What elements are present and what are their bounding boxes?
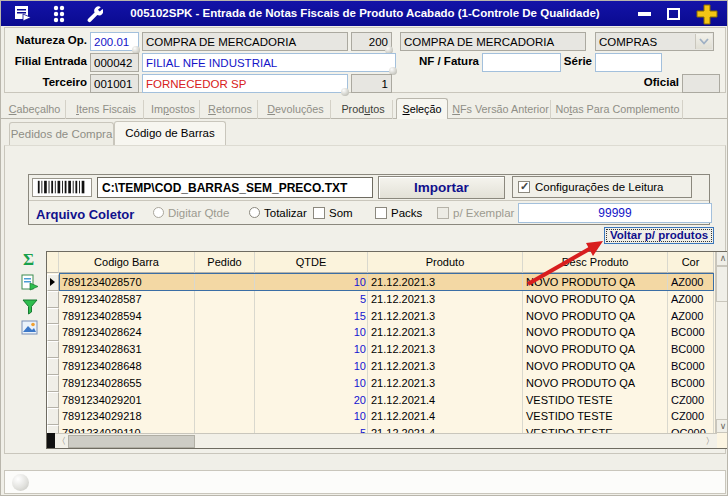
cell-pedido[interactable] [195, 375, 255, 392]
compras-combo[interactable]: COMPRAS [595, 32, 714, 51]
cell-cor[interactable]: CZ000 [668, 408, 714, 425]
maximize-button[interactable] [667, 8, 680, 20]
cell-pedido[interactable] [195, 324, 255, 341]
scroll-right-icon[interactable]: 〉 [703, 435, 717, 449]
cell-codigo[interactable]: 7891234028624 [59, 324, 195, 341]
cell-desc[interactable]: NOVO PRODUTO QA [523, 324, 668, 341]
column-header-produto[interactable]: Produto [368, 252, 523, 273]
cell-cor[interactable]: AZ000 [668, 291, 714, 308]
row-selector[interactable] [47, 375, 59, 392]
cell-pedido[interactable] [195, 408, 255, 425]
vscroll-thumb[interactable] [716, 266, 728, 302]
cell-produto[interactable]: 21.12.2021.3 [368, 375, 523, 392]
cell-qtde[interactable]: 10 [255, 274, 368, 291]
cell-cor[interactable]: BC000 [668, 341, 714, 358]
file-path-field[interactable]: C:\TEMP\COD_BARRAS_SEM_PRECO.TXT [97, 177, 373, 198]
export-grid-icon[interactable] [20, 273, 40, 293]
cell-codigo[interactable]: 7891234028594 [59, 308, 195, 325]
tab-sele-o[interactable]: Seleção [396, 98, 448, 119]
cell-desc[interactable]: NOVO PRODUTO QA [523, 291, 668, 308]
tab-retornos[interactable]: Retornos [203, 100, 258, 119]
chevron-down-icon[interactable] [695, 34, 712, 49]
minimize-button[interactable] [638, 12, 651, 16]
horizontal-scrollbar[interactable]: 〈 〉 [47, 433, 717, 448]
cell-qtde[interactable]: 10 [255, 375, 368, 392]
cell-produto[interactable]: 21.12.2021.3 [368, 324, 523, 341]
row-selector[interactable] [47, 408, 59, 425]
cell-codigo[interactable]: 7891234028631 [59, 341, 195, 358]
cell-pedido[interactable] [195, 274, 255, 291]
cell-produto[interactable]: 21.12.2021.3 [368, 358, 523, 375]
cell-cor[interactable]: AZ000 [668, 274, 714, 291]
exemplar-checkbox[interactable] [437, 207, 449, 219]
cell-codigo[interactable]: 7891234028648 [59, 358, 195, 375]
cell-codigo[interactable]: 7891234029201 [59, 392, 195, 409]
cell-cor[interactable]: BC000 [668, 358, 714, 375]
cell-produto[interactable]: 21.12.2021.4 [368, 408, 523, 425]
subtab-pedidos-de-compra[interactable]: Pedidos de Compra [9, 122, 114, 145]
cell-pedido[interactable] [195, 341, 255, 358]
tab-nfs-vers-o-anterior[interactable]: NFs Versão Anterior [451, 100, 551, 119]
cell-produto[interactable]: 21.12.2021.4 [368, 392, 523, 409]
cell-pedido[interactable] [195, 308, 255, 325]
row-selector[interactable] [47, 358, 59, 375]
cell-qtde[interactable]: 5 [255, 291, 368, 308]
filial-desc-field[interactable]: FILIAL NFE INDUSTRIAL [142, 53, 396, 72]
tab-devolu-es[interactable]: Devoluções [261, 100, 331, 119]
row-selector[interactable] [47, 392, 59, 409]
tab-impostos[interactable]: Impostos [147, 100, 200, 119]
cell-qtde[interactable]: 10 [255, 358, 368, 375]
cell-qtde[interactable]: 15 [255, 308, 368, 325]
cell-pedido[interactable] [195, 358, 255, 375]
row-selector[interactable] [47, 341, 59, 358]
natureza-op-code-field[interactable]: 200.01 [90, 32, 139, 51]
cell-codigo[interactable]: 7891234028655 [59, 375, 195, 392]
scroll-up-icon[interactable]: ∧ [716, 252, 728, 266]
cell-desc[interactable]: NOVO PRODUTO QA [523, 375, 668, 392]
filter-icon[interactable] [20, 297, 40, 317]
column-header-pedido[interactable]: Pedido [195, 252, 255, 273]
packs-checkbox[interactable] [375, 207, 387, 219]
cell-produto[interactable]: 21.12.2021.3 [368, 308, 523, 325]
som-checkbox[interactable] [313, 207, 325, 219]
digitar-qtde-radio[interactable] [153, 207, 164, 218]
scroll-down-icon[interactable]: ∨ [716, 419, 728, 433]
voltar-produtos-button[interactable]: Voltar p/ produtos [604, 227, 714, 244]
image-icon[interactable] [20, 318, 40, 338]
subtab-c-digo-de-barras[interactable]: Código de Barras [114, 121, 226, 145]
add-button[interactable] [695, 3, 719, 26]
tab-produtos[interactable]: Produtos [334, 100, 393, 119]
row-selector[interactable] [47, 274, 59, 291]
column-header-desc-produto[interactable]: Desc Produto [523, 252, 668, 273]
cell-produto[interactable]: 21.12.2021.3 [368, 274, 523, 291]
totalizar-radio[interactable] [249, 207, 260, 218]
tab-cabe-alho[interactable]: Cabeçalho [4, 100, 66, 119]
cell-cor[interactable]: CZ000 [668, 392, 714, 409]
cell-pedido[interactable] [195, 392, 255, 409]
cell-qtde[interactable]: 10 [255, 408, 368, 425]
config-leitura-checkbox[interactable] [518, 181, 530, 193]
cell-codigo[interactable]: 7891234029218 [59, 408, 195, 425]
cell-desc[interactable]: NOVO PRODUTO QA [523, 308, 668, 325]
cell-desc[interactable]: NOVO PRODUTO QA [523, 358, 668, 375]
cell-codigo[interactable]: 7891234028570 [59, 274, 195, 291]
column-header-qtde[interactable]: QTDE [255, 252, 368, 273]
scroll-left-icon[interactable]: 〈 [56, 435, 67, 449]
tab-itens-fiscais[interactable]: Itens Fiscais [69, 100, 144, 119]
cell-produto[interactable]: 21.12.2021.3 [368, 291, 523, 308]
column-header-codigo-barra[interactable]: Codigo Barra [59, 252, 195, 273]
row-selector[interactable] [47, 324, 59, 341]
importar-button[interactable]: Importar [378, 176, 505, 199]
row-selector[interactable] [47, 308, 59, 325]
cell-cor[interactable]: BC000 [668, 375, 714, 392]
cell-cor[interactable]: AZ000 [668, 308, 714, 325]
qty-field[interactable]: 99999 [518, 203, 712, 223]
cell-qtde[interactable]: 10 [255, 324, 368, 341]
cell-desc[interactable]: NOVO PRODUTO QA [523, 341, 668, 358]
cell-pedido[interactable] [195, 291, 255, 308]
row-selector[interactable] [47, 291, 59, 308]
serie-field[interactable] [595, 53, 662, 72]
hscroll-thumb[interactable] [68, 435, 195, 448]
cell-desc[interactable]: NOVO PRODUTO QA [523, 274, 668, 291]
cell-desc[interactable]: VESTIDO TESTE [523, 392, 668, 409]
